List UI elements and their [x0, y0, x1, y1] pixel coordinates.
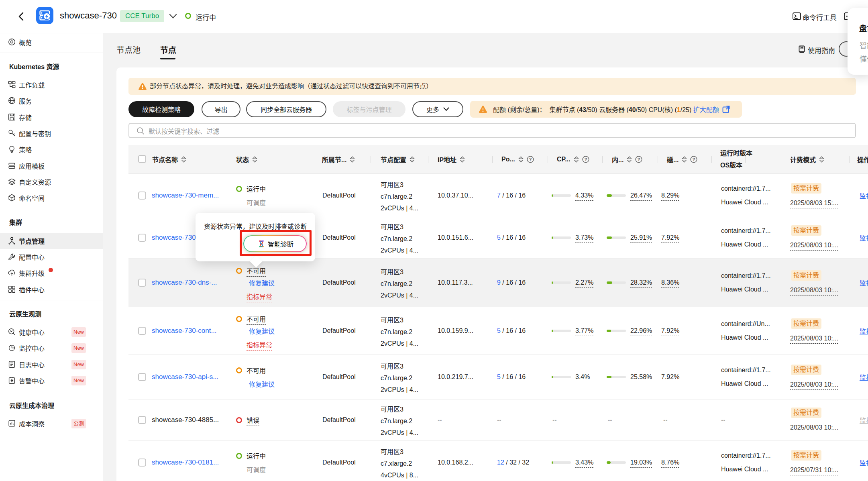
svg-text:?: ? [529, 157, 532, 161]
svg-text:?: ? [638, 157, 640, 161]
svg-text:?: ? [693, 157, 695, 161]
svg-text:?: ? [584, 157, 587, 161]
